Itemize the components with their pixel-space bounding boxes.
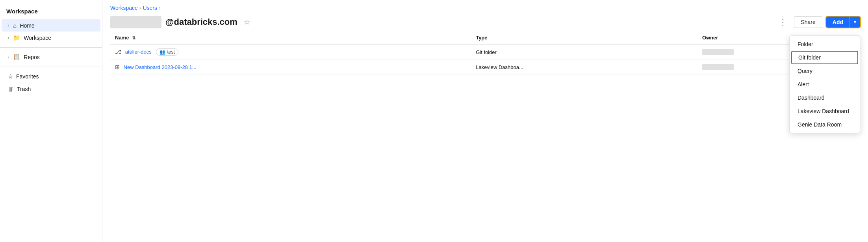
breadcrumb-workspace[interactable]: Workspace	[110, 5, 138, 11]
menu-item-genie-data-room[interactable]: Genie Data Room	[790, 118, 860, 131]
sidebar: Workspace › ⌂ Home › 📁 Workspace › 📋 Rep…	[0, 0, 102, 242]
header-row: @databricks.com ☆ ⋮ Share Add ▾	[102, 14, 868, 32]
breadcrumb: Workspace › Users ›	[102, 0, 868, 14]
git-folder-icon: ⎇	[115, 48, 121, 55]
sidebar-label-favorites: Favorites	[16, 73, 39, 80]
sidebar-label-home: Home	[20, 22, 34, 29]
sidebar-item-favorites[interactable]: ☆ Favorites	[2, 70, 100, 83]
repos-icon: 📋	[13, 54, 20, 61]
chevron-icon: ›	[8, 55, 9, 60]
file-type-cell-2: Lakeview Dashboa...	[471, 60, 697, 74]
breadcrumb-sep-2: ›	[159, 5, 161, 11]
favorite-star-icon[interactable]: ☆	[244, 18, 250, 26]
sort-icon: ⇅	[132, 35, 135, 40]
file-table: Name ⇅ Type Owner ⎇ atelier-docs 👥	[110, 32, 860, 74]
menu-item-query[interactable]: Query	[790, 64, 860, 78]
content-area: Workspace › Users › @databricks.com ☆ ⋮ …	[102, 0, 868, 242]
add-button[interactable]: Add	[826, 17, 849, 28]
chevron-icon: ›	[8, 23, 9, 28]
add-dropdown-menu: Folder Git folder Query Alert Dashboard …	[789, 35, 860, 133]
user-email: @databricks.com	[165, 17, 237, 27]
chevron-icon: ›	[8, 36, 9, 40]
sidebar-item-repos[interactable]: › 📋 Repos	[2, 51, 100, 63]
more-options-icon[interactable]: ⋮	[776, 16, 790, 28]
sidebar-label-repos: Repos	[24, 54, 39, 60]
tag-label: test	[167, 49, 174, 55]
sidebar-item-trash[interactable]: 🗑 Trash	[2, 83, 100, 95]
home-icon: ⌂	[13, 22, 17, 29]
file-type-cell: Git folder	[471, 44, 697, 60]
file-name-cell-2: ⊞ New Dashboard 2023-09-28 1...	[110, 60, 471, 74]
add-button-group: Add ▾	[826, 17, 860, 28]
menu-item-alert[interactable]: Alert	[790, 78, 860, 91]
workspace-icon: 📁	[13, 34, 20, 41]
breadcrumb-sep-1: ›	[139, 5, 141, 11]
file-table-wrapper: Name ⇅ Type Owner ⎇ atelier-docs 👥	[102, 32, 868, 242]
menu-item-folder[interactable]: Folder	[790, 37, 860, 51]
table-row: ⊞ New Dashboard 2023-09-28 1... Lakeview…	[110, 60, 860, 74]
col-name[interactable]: Name ⇅	[110, 32, 471, 44]
sidebar-item-home[interactable]: › ⌂ Home	[2, 19, 100, 32]
tag-test: 👥 test	[156, 48, 178, 56]
tag-icon: 👥	[160, 49, 165, 55]
share-button[interactable]: Share	[794, 16, 822, 28]
file-name-cell: ⎇ atelier-docs 👥 test	[110, 44, 471, 60]
sidebar-divider	[0, 47, 102, 48]
sidebar-item-workspace[interactable]: › 📁 Workspace	[2, 32, 100, 44]
menu-item-git-folder[interactable]: Git folder	[791, 51, 858, 64]
sidebar-label-workspace: Workspace	[24, 35, 51, 41]
favorites-icon: ☆	[8, 73, 13, 80]
breadcrumb-users[interactable]: Users	[143, 5, 157, 11]
table-row: ⎇ atelier-docs 👥 test Git folder	[110, 44, 860, 60]
sidebar-divider-2	[0, 67, 102, 67]
sidebar-label-trash: Trash	[17, 86, 31, 92]
menu-item-lakeview-dashboard[interactable]: Lakeview Dashboard	[790, 104, 860, 118]
file-link-atelier[interactable]: atelier-docs	[125, 49, 152, 55]
sidebar-title: Workspace	[0, 5, 102, 19]
main-content: Workspace › Users › @databricks.com ☆ ⋮ …	[102, 0, 868, 242]
add-dropdown-button[interactable]: ▾	[849, 17, 860, 28]
trash-icon: 🗑	[8, 86, 14, 92]
dashboard-icon: ⊞	[115, 64, 120, 70]
user-avatar-placeholder	[110, 16, 161, 28]
file-link-dashboard[interactable]: New Dashboard 2023-09-28 1...	[124, 64, 197, 70]
col-type: Type	[471, 32, 697, 44]
menu-item-dashboard[interactable]: Dashboard	[790, 91, 860, 104]
